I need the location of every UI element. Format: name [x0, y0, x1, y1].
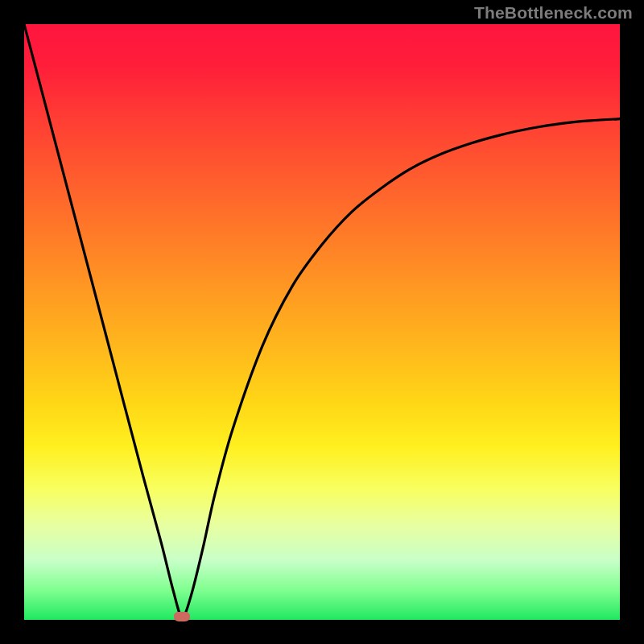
chart-frame: TheBottleneck.com	[0, 0, 644, 644]
plot-area	[24, 24, 620, 620]
curve-layer	[24, 24, 620, 620]
minimum-point-marker	[174, 612, 190, 621]
bottleneck-curve	[24, 24, 620, 617]
watermark-text: TheBottleneck.com	[474, 3, 633, 23]
